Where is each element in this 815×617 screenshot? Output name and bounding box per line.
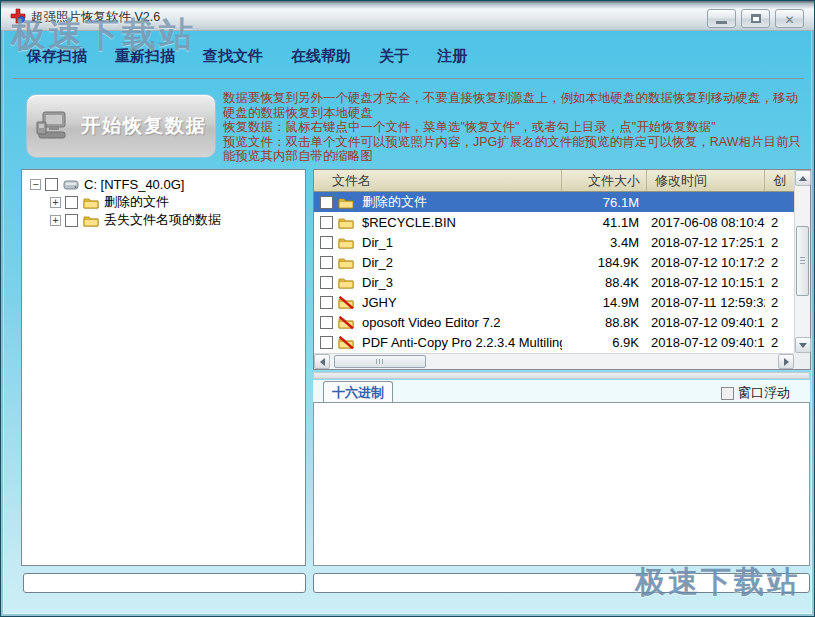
start-recovery-button[interactable]: 开始恢复数据 bbox=[26, 94, 216, 158]
file-name: oposoft Video Editor 7.2 bbox=[362, 315, 501, 330]
folder-icon bbox=[83, 214, 99, 227]
menu-separator bbox=[13, 78, 804, 79]
file-list-panel: 文件名 文件大小 修改时间 创 删除的文件 76.1M bbox=[313, 169, 811, 370]
tree-checkbox[interactable] bbox=[65, 196, 78, 209]
row-checkbox[interactable] bbox=[320, 276, 333, 289]
file-created-time: 2 bbox=[765, 295, 794, 310]
instruction-line: 预览文件：双击单个文件可以预览照片内容，JPG扩展名的文件能预览的肯定可以恢复，… bbox=[223, 135, 809, 164]
file-name: JGHY bbox=[362, 295, 397, 310]
horizontal-scrollbar[interactable] bbox=[314, 353, 794, 369]
file-size: 3.4M bbox=[562, 235, 647, 250]
tree-item-deleted-files[interactable]: 删除的文件 bbox=[50, 193, 305, 211]
file-created-time: 2 bbox=[765, 335, 794, 350]
row-checkbox[interactable] bbox=[320, 296, 333, 309]
menu-item-find-file[interactable]: 查找文件 bbox=[203, 47, 263, 66]
file-modified-time: 2018-07-12 10:17:25 bbox=[647, 255, 765, 270]
file-list-header: 文件名 文件大小 修改时间 创 bbox=[314, 170, 794, 192]
menu-item-about[interactable]: 关于 bbox=[379, 47, 409, 66]
file-name: 删除的文件 bbox=[362, 193, 427, 211]
tree-item-drive-c[interactable]: C: [NTFS_40.0G] bbox=[30, 175, 305, 193]
tree-item-label: 删除的文件 bbox=[104, 193, 169, 211]
table-row[interactable]: Dir_3 88.4K 2018-07-12 10:15:10 2 bbox=[314, 272, 794, 292]
arrow-up-icon bbox=[799, 176, 807, 181]
scroll-up-button[interactable] bbox=[795, 170, 811, 186]
file-name: $RECYCLE.BIN bbox=[362, 215, 456, 230]
folder-icon bbox=[338, 196, 354, 209]
menu-item-rescan[interactable]: 重新扫描 bbox=[115, 47, 175, 66]
file-modified-time: 2018-07-12 17:25:14 bbox=[647, 235, 765, 250]
folder-icon bbox=[83, 196, 99, 209]
window-float-checkbox-group[interactable]: 窗口浮动 bbox=[721, 384, 790, 402]
column-header-modified[interactable]: 修改时间 bbox=[647, 170, 765, 191]
scrollbar-corner bbox=[794, 353, 810, 369]
minimize-button[interactable] bbox=[707, 9, 736, 28]
drive-icon bbox=[63, 179, 79, 190]
table-row[interactable]: $RECYCLE.BIN 41.1M 2017-06-08 08:10:46 2 bbox=[314, 212, 794, 232]
file-size: 76.1M bbox=[562, 195, 647, 210]
horizontal-scrollbar-thumb[interactable] bbox=[334, 355, 426, 368]
tree-checkbox[interactable] bbox=[45, 178, 58, 191]
file-size: 184.9K bbox=[562, 255, 647, 270]
row-checkbox[interactable] bbox=[320, 196, 333, 209]
menu-item-online-help[interactable]: 在线帮助 bbox=[291, 47, 351, 66]
maximize-button[interactable] bbox=[741, 9, 770, 28]
directory-tree-panel: C: [NTFS_40.0G] 删除的文件 丢失文件名项的数据 bbox=[21, 169, 306, 566]
menu-item-register[interactable]: 注册 bbox=[437, 47, 467, 66]
scroll-left-button[interactable] bbox=[314, 354, 330, 369]
arrow-right-icon bbox=[784, 358, 789, 366]
table-row[interactable]: JGHY 14.9M 2018-07-11 12:59:32 2 bbox=[314, 292, 794, 312]
instruction-line: 恢复数据：鼠标右键点中一个文件，菜单选"恢复文件"，或者勾上目录，点"开始恢复数… bbox=[223, 120, 809, 135]
row-checkbox[interactable] bbox=[320, 216, 333, 229]
window-controls bbox=[707, 9, 804, 28]
panel-splitter[interactable] bbox=[313, 372, 810, 379]
file-modified-time: 2018-07-12 09:40:13 bbox=[647, 315, 765, 330]
window-float-checkbox[interactable] bbox=[721, 387, 734, 400]
vertical-scrollbar[interactable] bbox=[794, 170, 810, 353]
file-size: 88.4K bbox=[562, 275, 647, 290]
status-bar-right bbox=[313, 573, 810, 593]
arrow-left-icon bbox=[320, 358, 325, 366]
file-modified-time: 2018-07-12 09:40:13 bbox=[647, 335, 765, 350]
column-header-filesize[interactable]: 文件大小 bbox=[562, 170, 647, 191]
file-name: PDF Anti-Copy Pro 2.2.3.4 Multilingual P… bbox=[362, 335, 562, 350]
close-button[interactable] bbox=[775, 9, 804, 28]
folder-icon bbox=[338, 336, 354, 349]
column-header-filename[interactable]: 文件名 bbox=[314, 170, 562, 191]
folder-icon bbox=[338, 216, 354, 229]
tab-hexadecimal[interactable]: 十六进制 bbox=[323, 381, 393, 404]
tree-item-lost-filename-data[interactable]: 丢失文件名项的数据 bbox=[50, 211, 305, 229]
file-rows: 删除的文件 76.1M $RECYCLE.BIN 41.1M 2017-06-0… bbox=[314, 192, 794, 352]
file-name: Dir_3 bbox=[362, 275, 393, 290]
row-checkbox[interactable] bbox=[320, 316, 333, 329]
file-created-time: 2 bbox=[765, 215, 794, 230]
tree-item-label: C: [NTFS_40.0G] bbox=[84, 177, 184, 192]
app-icon bbox=[10, 8, 26, 24]
tree-checkbox[interactable] bbox=[65, 214, 78, 227]
expand-icon[interactable] bbox=[50, 197, 61, 208]
vertical-scrollbar-thumb[interactable] bbox=[796, 226, 809, 296]
row-checkbox[interactable] bbox=[320, 256, 333, 269]
row-checkbox[interactable] bbox=[320, 236, 333, 249]
hex-tab-strip: 十六进制 窗口浮动 bbox=[313, 380, 810, 403]
collapse-icon[interactable] bbox=[30, 179, 41, 190]
hex-view-panel bbox=[313, 402, 810, 566]
scroll-down-button[interactable] bbox=[795, 337, 811, 353]
file-name: Dir_2 bbox=[362, 255, 393, 270]
folder-icon bbox=[338, 316, 354, 329]
close-icon bbox=[784, 10, 794, 28]
start-recovery-label: 开始恢复数据 bbox=[81, 113, 207, 139]
table-row[interactable]: Dir_1 3.4M 2018-07-12 17:25:14 2 bbox=[314, 232, 794, 252]
file-size: 41.1M bbox=[562, 215, 647, 230]
expand-icon[interactable] bbox=[50, 215, 61, 226]
table-row[interactable]: oposoft Video Editor 7.2 88.8K 2018-07-1… bbox=[314, 312, 794, 332]
column-header-created[interactable]: 创 bbox=[765, 170, 794, 191]
row-checkbox[interactable] bbox=[320, 336, 333, 349]
menu-item-save-scan[interactable]: 保存扫描 bbox=[27, 47, 87, 66]
scroll-right-button[interactable] bbox=[778, 354, 794, 369]
table-row[interactable]: PDF Anti-Copy Pro 2.2.3.4 Multilingual P… bbox=[314, 332, 794, 352]
table-row[interactable]: Dir_2 184.9K 2018-07-12 10:17:25 2 bbox=[314, 252, 794, 272]
file-created-time: 2 bbox=[765, 255, 794, 270]
table-row[interactable]: 删除的文件 76.1M bbox=[314, 192, 794, 212]
folder-icon bbox=[338, 296, 354, 309]
folder-icon bbox=[338, 236, 354, 249]
